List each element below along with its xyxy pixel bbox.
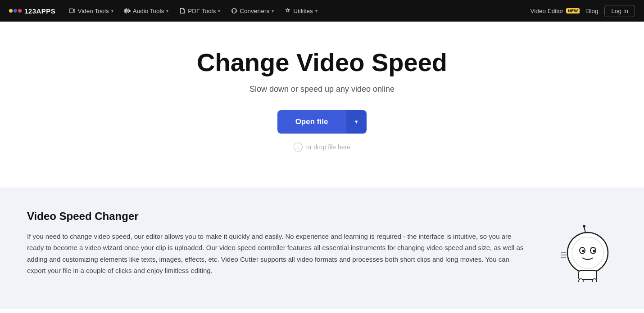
hero-section: Change Video Speed Slow down or speed up… (0, 22, 644, 188)
logo-text: 123APPS (24, 7, 55, 15)
open-file-group: Open file ▾ (277, 110, 367, 134)
navbar: 123APPS Video Tools ▾ Audio Tools ▾ PDF … (0, 0, 644, 22)
nav-video-editor-link[interactable]: Video Editor NEW (531, 8, 580, 14)
info-title: Video Speed Changer (27, 210, 527, 223)
audio-tools-chevron: ▾ (166, 9, 168, 13)
logo-dot-blue (14, 9, 17, 13)
svg-point-15 (579, 279, 583, 282)
new-badge: NEW (566, 8, 580, 13)
nav-audio-tools[interactable]: Audio Tools ▾ (120, 5, 173, 17)
nav-video-tools[interactable]: Video Tools ▾ (64, 5, 118, 17)
nav-pdf-tools[interactable]: PDF Tools ▾ (175, 5, 225, 17)
drop-icon: ↓ (294, 143, 303, 152)
hero-title: Change Video Speed (197, 49, 447, 76)
svg-rect-14 (579, 271, 597, 280)
logo-dot-yellow (9, 9, 13, 13)
logo-dot-red (18, 9, 22, 13)
pdf-tools-chevron: ▾ (218, 9, 220, 13)
nav-blog-link[interactable]: Blog (586, 8, 598, 14)
pdf-icon (179, 8, 186, 14)
nav-converters[interactable]: Converters ▾ (227, 5, 278, 17)
open-file-dropdown-button[interactable]: ▾ (346, 110, 367, 134)
hero-subtitle: Slow down or speed up any video online (249, 85, 395, 94)
info-body: If you need to change video speed, our e… (27, 231, 527, 277)
info-text: Video Speed Changer If you need to chang… (27, 210, 527, 277)
svg-rect-4 (128, 9, 129, 13)
svg-point-13 (583, 225, 585, 228)
login-button[interactable]: Log In (604, 5, 635, 17)
nav-right: Video Editor NEW Blog Log In (531, 5, 635, 17)
svg-rect-0 (69, 9, 73, 13)
svg-rect-1 (125, 9, 126, 13)
drop-hint: ↓ or drop file here (294, 143, 350, 152)
svg-line-12 (584, 227, 585, 233)
info-section: Video Speed Changer If you need to chang… (0, 188, 644, 309)
svg-point-7 (572, 237, 603, 268)
svg-point-10 (582, 250, 585, 252)
logo-dots (9, 9, 22, 13)
logo[interactable]: 123APPS (9, 7, 55, 15)
info-illustration (545, 210, 617, 282)
svg-point-11 (593, 250, 595, 252)
utilities-icon (285, 8, 291, 14)
chevron-down-icon: ▾ (355, 118, 358, 125)
svg-rect-2 (126, 9, 127, 13)
nav-utilities[interactable]: Utilities ▾ (280, 5, 322, 17)
svg-rect-3 (127, 9, 128, 12)
open-file-button[interactable]: Open file (277, 110, 346, 134)
converters-icon (231, 8, 237, 14)
video-tools-chevron: ▾ (111, 9, 113, 13)
audio-icon (124, 8, 131, 14)
utilities-chevron: ▾ (315, 9, 317, 13)
svg-rect-5 (129, 10, 130, 12)
video-icon (69, 8, 75, 14)
converters-chevron: ▾ (272, 9, 274, 13)
speed-changer-illustration (547, 215, 615, 282)
svg-point-16 (592, 279, 597, 282)
